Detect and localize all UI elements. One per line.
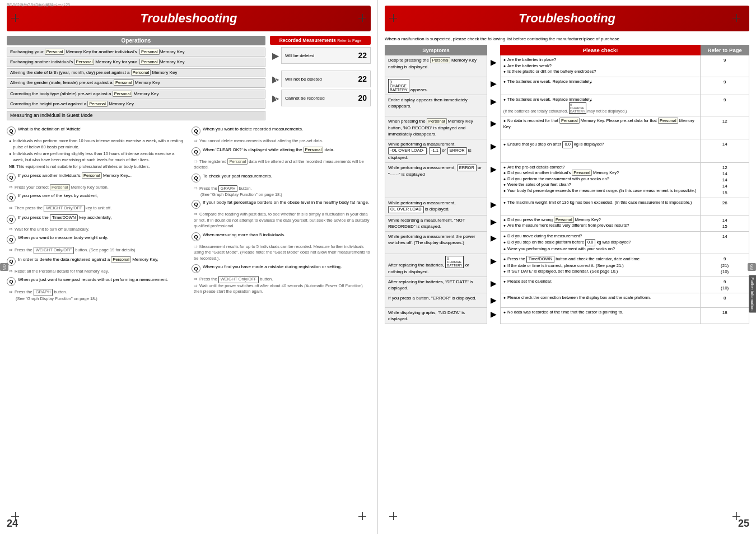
left-header: Troubleshooting [7, 6, 371, 31]
op-row-4: Altering the gender (male, female) pre-s… [7, 78, 265, 87]
arrow-1: ▶ [487, 55, 501, 77]
further-info-badge: Further information [749, 275, 756, 312]
ref-6: 1214141415 [701, 162, 749, 198]
symptom-4: When pressing the Personal Memory Key bu… [385, 116, 487, 139]
symptom-row-7: While performing a measurement, OL OVER … [385, 198, 749, 215]
file-info: BF-562海外GB+D面付解除ページ25 [7, 2, 70, 8]
qa-delete-data-q: In order to delete the data registered a… [18, 256, 186, 263]
rec-label-1: Will be deleted [285, 53, 314, 58]
qa-past-records-a: Press the GRAPH button. [7, 289, 186, 296]
qa-athlete-a: Individuals who perform more than 10 hou… [7, 138, 186, 170]
symptom-5: While performing a measurement, -OL OVER… [385, 139, 487, 163]
ref-1: 9 [701, 55, 749, 77]
crosshair-tl [11, 14, 19, 22]
check-13: No data was recorded at the time that th… [500, 307, 701, 324]
intro-text: When a malfunction is suspected, please … [385, 36, 749, 42]
qa-past-meas-sub: (See "Graph Display Function" on page 18… [192, 192, 371, 197]
qa-time-down-q: If you press the Time/DOWN key accidenta… [18, 214, 186, 222]
gb-badge-right: GB [748, 263, 756, 271]
qa-mistake-q: When you find you have made a mistake du… [203, 264, 371, 270]
symptom-10: After replacing the batteries, 0CHANGEBA… [385, 254, 487, 277]
arrow-5: ▶ [487, 139, 501, 163]
symptom-6: While performing a measurement, ERROR or… [385, 162, 487, 198]
check-6: Are the pre-set details correct? Did you… [500, 162, 701, 198]
symptom-8: While recording a measurement, "NOT RECO… [385, 215, 487, 231]
rec-label-3: Cannot be recorded [285, 96, 325, 101]
page-right: GB Further information Troubleshooting W… [378, 0, 756, 534]
check-10: Press the Time/DOWN button and check the… [500, 254, 701, 277]
qa-body-fat-obese: Q If your body fat percentage borders on… [192, 199, 371, 209]
recorded-title: Recorded Measurements Refer to Page [270, 36, 371, 45]
qa-mistake-a: Press the WEIGHT Only/OFF button. [192, 276, 371, 283]
qa-past-meas-a: Press the GRAPH button. [192, 185, 371, 193]
qa-athlete-q: What is the definition of 'Athlete' [18, 126, 186, 132]
check-9: Did you move during the measurement? Did… [500, 231, 701, 254]
qa-past-records-q: When you just want to see past records w… [18, 277, 186, 283]
qa-another-key-q: If you press another individual's Person… [18, 172, 186, 179]
symptom-11: After replacing the batteries, 'SET DATE… [385, 277, 487, 293]
crosshair-tr [358, 14, 366, 22]
arrow-10: ▶ [487, 254, 501, 277]
crosshair-br [358, 512, 366, 520]
qa-delete-data: Q In order to delete the data registered… [7, 256, 186, 266]
op-row-5: Correcting the body type (athlete) pre-s… [7, 90, 265, 99]
symptom-1: Despite pressing the Personal Memory Key… [385, 55, 487, 77]
qa-past-meas-q: To check your past measurements. [203, 173, 371, 179]
check-3: The batteries are weak. Replace immediat… [500, 95, 701, 116]
qa-mistake: Q When you find you have made a mistake … [192, 264, 371, 273]
arrow-13: ▶ [487, 307, 501, 324]
check-5: Ensure that you step on after 0.0 kg is … [500, 139, 701, 163]
qa-past-records-sub: (See "Graph Display Function" on page 18… [7, 296, 186, 301]
qa-mistake-sub: Wait until the power switches off after … [192, 283, 371, 295]
ref-5: 14 [701, 139, 749, 163]
qa-time-down: Q If you press the Time/DOWN key acciden… [7, 214, 186, 224]
arrow-3: ▶ [487, 95, 501, 116]
qa-q-icon-5: Q [7, 235, 16, 244]
qa-q-icon-r2: Q [192, 147, 200, 156]
qa-another-key-a: Press your correct Personal Memory Key b… [7, 185, 186, 191]
symptom-7: While performing a measurement, OL OVER … [385, 198, 487, 215]
symptom-row-3: Entire display appears then immediately … [385, 95, 749, 116]
symptom-3: Entire display appears then immediately … [385, 95, 487, 116]
ref-10: 9(21)(10) [701, 254, 749, 277]
ref-8: 1415 [701, 215, 749, 231]
check-2: The batteries are weak. Replace immediat… [500, 77, 701, 95]
op-row-1: Exchanging your Personal Memory Key for … [7, 48, 265, 57]
crosshair-r-tl [389, 14, 397, 22]
symptom-row-2: 0CHARGEBATTERY appears. ▶ The batteries … [385, 77, 749, 95]
gb-badge-left: GB [0, 263, 8, 271]
qa-5-individuals-q: When measuring more than 5 individuals. [203, 232, 371, 238]
ref-2: 9 [701, 77, 749, 95]
check-12: Please check the connection between the … [500, 293, 701, 308]
symptom-row-12: If you press a button, "ERROR" is displa… [385, 293, 749, 308]
ref-3: 9 [701, 95, 749, 116]
qa-body-weight: Q When you want to measure body weight o… [7, 235, 186, 244]
symptom-2: 0CHARGEBATTERY appears. [385, 77, 487, 95]
arrow-6: ▶ [487, 162, 501, 198]
arrow-7: ▶ [487, 198, 501, 215]
qa-time-down-a: Wait for the unit to turn off automatica… [7, 227, 186, 233]
qa-body-fat-obese-q: If your body fat percentage borders on t… [203, 199, 371, 205]
op-row-3: Altering the date of birth (year, month,… [7, 68, 265, 77]
qa-q-icon: Q [7, 127, 16, 135]
qa-col-left: Q What is the definition of 'Athlete' In… [7, 126, 186, 301]
crosshair-r-bl [389, 512, 397, 520]
symptom-row-13: While displaying graphs, "NO DATA" is di… [385, 307, 749, 324]
ref-9: 14 [701, 231, 749, 254]
right-header: Troubleshooting [385, 6, 749, 31]
arrow-11: ▶ [487, 277, 501, 293]
ref-12: 8 [701, 293, 749, 308]
qa-5-individuals: Q When measuring more than 5 individuals… [192, 232, 371, 241]
qa-q-icon-r5: Q [192, 232, 200, 241]
qa-q-icon-r3: Q [192, 174, 200, 182]
check-4: No data is recorded for that Personal Me… [500, 116, 701, 139]
qa-another-key: Q If you press another individual's Pers… [7, 172, 186, 182]
check-7: The maximum weight limit of 136 kg has b… [500, 198, 701, 215]
qa-past-meas: Q To check your past measurements. [192, 173, 371, 182]
ref-4: 12 [701, 116, 749, 139]
rec-num-3: 20 [358, 93, 367, 102]
check-11: Please set the calendar. [500, 277, 701, 293]
qa-past-records: Q When you just want to see past records… [7, 277, 186, 286]
qa-clear-ok-q: When 'CLEAR OK?' is displayed while alte… [203, 147, 371, 153]
rec-label-2: Will not be deleted [285, 77, 322, 82]
